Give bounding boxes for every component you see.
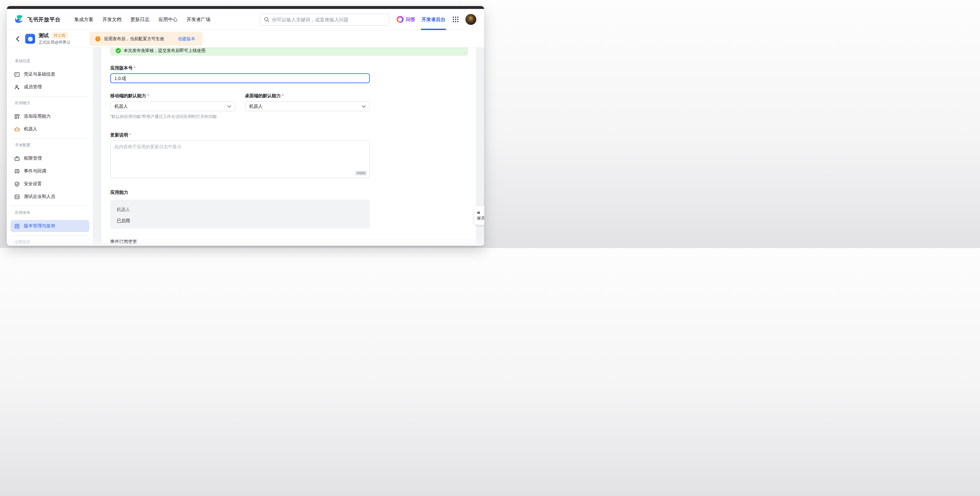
double-chevron-left-icon: «	[477, 210, 480, 215]
events-heading: 事件订阅变更	[110, 239, 370, 245]
app-window: 飞书开放平台 集成方案 开发文档 更新日志 应用中心 开发者广场 问答 开发者后…	[7, 6, 484, 246]
chevron-left-icon	[16, 36, 19, 42]
create-version-link[interactable]: 创建版本	[178, 36, 195, 42]
cube-icon	[27, 35, 34, 43]
sidebar-divider	[11, 138, 89, 139]
sidebar-item-bot[interactable]: 机器人	[11, 123, 89, 135]
version-value: 1.0.0	[115, 76, 124, 81]
capabilities-card: 机器人 已启用	[110, 200, 370, 229]
brand-logo[interactable]: 飞书开放平台	[14, 14, 60, 25]
required-asterisk: *	[134, 65, 135, 71]
text-caret	[125, 76, 125, 81]
changelog-textarea[interactable]	[110, 141, 370, 178]
sidebar-item-credentials[interactable]: 凭证与基础信息	[11, 68, 89, 80]
qa-gradient-ring-icon	[396, 16, 404, 23]
sidebar-item-label: 成员管理	[24, 84, 42, 90]
changelog-field: 0/500	[110, 141, 370, 178]
sidebar-item-test-org[interactable]: 测试企业和人员	[11, 191, 89, 203]
mobile-capability-label: 移动端的默认能力*	[110, 93, 235, 99]
required-asterisk: *	[147, 93, 149, 99]
app-meta: 测试 待上线 正式应用@环界云	[38, 32, 70, 45]
nav-item-integration[interactable]: 集成方案	[74, 17, 94, 23]
sidebar-item-label: 权限管理	[24, 156, 42, 161]
window-titlebar	[7, 6, 484, 9]
required-asterisk: *	[282, 93, 284, 99]
sidebar-divider	[11, 235, 89, 235]
shield-check-icon	[14, 181, 20, 187]
capability-status: 已启用	[117, 218, 363, 224]
sidebar-item-label: 机器人	[24, 126, 37, 132]
search-input[interactable]	[272, 17, 385, 22]
desktop-capability-label: 桌面端的默认能力*	[245, 93, 370, 99]
sidebar-item-events[interactable]: 事件与回调	[11, 165, 89, 177]
upload-box-icon	[14, 223, 20, 229]
capabilities-heading: 应用能力	[110, 190, 370, 196]
capability-name: 机器人	[117, 207, 363, 213]
sidebar: 基础信息 凭证与基础信息 成员管理 应用能力 添加应用能力	[7, 48, 93, 245]
grid-plus-icon	[14, 114, 20, 119]
desktop-capability-select[interactable]: 机器人	[245, 101, 370, 111]
main-content: 本次发布免审核，提交发布后即可上线使用 应用版本号* 1.0.0 移动端的默认能…	[101, 48, 476, 245]
search-box[interactable]	[260, 14, 389, 25]
version-label: 应用版本号*	[110, 65, 370, 71]
sidebar-item-label: 版本管理与发布	[24, 223, 55, 229]
sidebar-item-label: 凭证与基础信息	[24, 72, 55, 77]
back-button[interactable]	[14, 35, 21, 43]
search-icon	[264, 17, 269, 22]
required-asterisk: *	[129, 132, 131, 138]
feishu-logo-icon	[14, 14, 24, 25]
app-subtitle: 正式应用@环界云	[38, 40, 70, 45]
sidebar-divider	[11, 206, 89, 206]
sidebar-scrollbar-track[interactable]	[93, 48, 101, 245]
nav-right-cluster: 问答 开发者后台	[396, 9, 476, 30]
sidebar-divider	[11, 96, 89, 97]
app-header: 测试 待上线 正式应用@环界云 ! 应用发布后，当前配置方可生效 创建版本	[7, 30, 484, 48]
qa-label: 问答	[406, 17, 415, 23]
developer-console-label: 开发者后台	[422, 17, 445, 23]
notice-text: 应用发布后，当前配置方可生效	[104, 36, 164, 42]
robot-icon	[14, 127, 20, 132]
app-icon	[25, 34, 35, 44]
sidebar-item-security[interactable]: 安全设置	[11, 178, 89, 190]
developer-console-tab[interactable]: 开发者后台	[422, 9, 445, 30]
body-row: 基础信息 凭证与基础信息 成员管理 应用能力 添加应用能力	[7, 48, 484, 245]
expand-panel-button[interactable]: « 展开	[474, 206, 484, 225]
app-name: 测试	[38, 32, 49, 39]
code-brackets-icon	[14, 194, 20, 200]
char-counter: 0/500	[355, 170, 367, 176]
nav-item-dev-plaza[interactable]: 开发者广场	[186, 17, 210, 23]
sidebar-section-capabilities: 应用能力	[15, 100, 85, 106]
sidebar-section-basic-info: 基础信息	[15, 58, 85, 64]
nav-item-changelog[interactable]: 更新日志	[130, 17, 150, 23]
nav-item-docs[interactable]: 开发文档	[102, 17, 121, 23]
chevron-down-icon	[227, 105, 231, 108]
chevron-down-icon	[362, 105, 366, 108]
sidebar-item-add-capability[interactable]: 添加应用能力	[11, 110, 89, 122]
card-plus-icon	[14, 169, 20, 174]
capability-hint: “默认的应用功能”即用户通过工作台访问应用时打开的功能	[110, 114, 235, 119]
top-navbar: 飞书开放平台 集成方案 开发文档 更新日志 应用中心 开发者广场 问答 开发者后…	[7, 9, 484, 30]
brand-title: 飞书开放平台	[27, 16, 60, 23]
sidebar-item-label: 测试企业和人员	[24, 194, 55, 200]
user-avatar[interactable]	[465, 14, 476, 25]
version-input[interactable]: 1.0.0	[110, 73, 370, 83]
status-badge: 待上线	[52, 32, 68, 39]
briefcase-lock-icon	[14, 156, 20, 161]
mobile-capability-value: 机器人	[115, 103, 128, 109]
sidebar-item-label: 添加应用能力	[24, 113, 51, 119]
changelog-label: 更新说明*	[110, 132, 370, 138]
id-card-icon	[14, 72, 20, 77]
qa-link[interactable]: 问答	[396, 16, 415, 23]
sidebar-item-members[interactable]: 成员管理	[11, 81, 89, 93]
sidebar-item-version-release[interactable]: 版本管理与发布	[11, 220, 89, 232]
version-form: 应用版本号* 1.0.0 移动端的默认能力* 机器人	[110, 48, 370, 245]
sidebar-item-label: 事件与回调	[24, 168, 46, 174]
desktop-capability-value: 机器人	[249, 103, 263, 109]
sidebar-section-dev-config: 开发配置	[15, 143, 85, 148]
apps-grid-icon[interactable]	[452, 16, 459, 23]
nav-item-app-center[interactable]: 应用中心	[158, 17, 178, 23]
mobile-capability-select[interactable]: 机器人	[110, 101, 235, 111]
user-plus-icon	[14, 84, 20, 90]
sidebar-item-permissions[interactable]: 权限管理	[11, 153, 89, 164]
warning-icon: !	[95, 37, 100, 41]
